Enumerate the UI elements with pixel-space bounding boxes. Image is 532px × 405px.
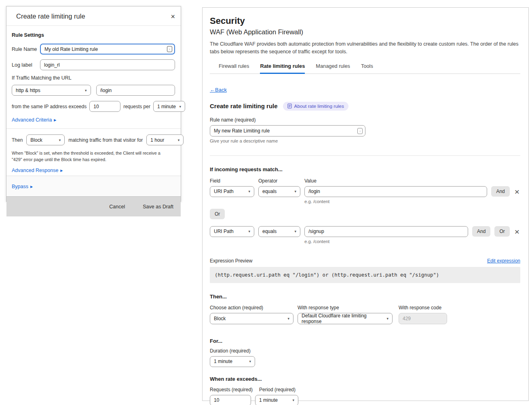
cancel-button[interactable]: Cancel: [109, 204, 125, 210]
caret-right-icon: ▶: [60, 169, 63, 172]
field-select[interactable]: URI Path ▾: [210, 226, 254, 237]
autofill-icon[interactable]: ↓: [167, 46, 172, 52]
expression-preview-row: Expression Preview Edit expression: [210, 258, 520, 264]
requests-input[interactable]: [210, 395, 251, 405]
scheme-select[interactable]: http & https ▾: [12, 85, 91, 96]
modal-body: Rule Settings Rule Name ↓ Log label If T…: [6, 26, 181, 176]
and-button[interactable]: And: [491, 186, 509, 197]
bypass-label: Bypass: [12, 184, 28, 189]
chevron-down-icon: ▾: [85, 88, 87, 92]
response-type-select[interactable]: Default Cloudflare rate limiting respons…: [298, 313, 393, 324]
back-link[interactable]: ←Back: [210, 87, 227, 93]
then-text: matching traffic from that visitor for: [68, 137, 143, 143]
traffic-matching-heading: If Traffic Matching the URL: [12, 75, 175, 81]
field-column-label: Field: [210, 178, 254, 184]
chevron-down-icon: ▾: [178, 138, 180, 142]
then-column-labels: Choose action (required) With response t…: [210, 305, 520, 311]
close-icon[interactable]: ×: [171, 13, 175, 20]
requests-label: Requests (required): [210, 387, 255, 392]
page-subtitle: WAF (Web Application Firewall): [210, 28, 520, 36]
value-input[interactable]: [304, 226, 468, 237]
rule-name-input[interactable]: [40, 44, 175, 55]
field-select[interactable]: URI Path ▾: [210, 186, 254, 197]
autofill-arrow-glyph: ↓: [169, 47, 171, 51]
about-rate-limiting-badge[interactable]: About rate limiting rules: [283, 102, 348, 111]
value-input[interactable]: [304, 186, 487, 197]
security-waf-panel: Security WAF (Web Application Firewall) …: [202, 7, 529, 401]
log-label-label: Log label: [12, 62, 40, 68]
caret-right-icon: ▶: [30, 185, 33, 189]
modal-title: Create rate limiting rule: [16, 13, 85, 20]
period-label: Period (required): [259, 387, 296, 392]
block-duration-select[interactable]: 1 hour ▾: [146, 134, 184, 145]
tab-bar: Firewall rules Rate limiting rules Manag…: [210, 63, 520, 74]
period-select[interactable]: 1 minute ▾: [153, 101, 185, 112]
expression-preview-code: (http.request.uri.path eq "/login") or (…: [210, 267, 520, 283]
operator-select[interactable]: equals ▾: [258, 186, 300, 197]
condition-row-1: URI Path ▾ equals ▾ And ×: [210, 186, 520, 197]
advanced-criteria-link[interactable]: Advanced Criteria ▶: [12, 117, 57, 123]
action-select[interactable]: Block ▾: [210, 313, 293, 324]
value-help: e.g. /content: [304, 199, 520, 204]
response-type-label: With response type: [298, 305, 399, 311]
chevron-down-icon: ▾: [248, 229, 250, 233]
tab-tools[interactable]: Tools: [361, 63, 373, 74]
duration-select-value: 1 minute: [214, 359, 232, 364]
chevron-down-icon: ▾: [249, 359, 251, 363]
operator-select[interactable]: equals ▾: [258, 226, 300, 237]
bypass-link[interactable]: Bypass ▶: [12, 184, 33, 189]
block-note: When "Block" is set, when the threshold …: [12, 150, 168, 163]
document-icon: [287, 103, 292, 109]
period-select-value: 1 minute: [259, 397, 278, 403]
tab-managed-rules[interactable]: Managed rules: [316, 63, 350, 74]
save-as-draft-button[interactable]: Save as Draft: [143, 204, 173, 210]
form-title: Create rate limiting rule: [210, 103, 278, 109]
advanced-response-link[interactable]: Advanced Response ▶: [12, 168, 63, 173]
chevron-down-icon: ▾: [294, 229, 296, 233]
period-select[interactable]: 1 minute ▾: [255, 395, 298, 405]
action-select-value: Block: [214, 316, 226, 321]
field-select-value: URI Path: [214, 229, 234, 234]
field-select-value: URI Path: [214, 189, 234, 194]
url-input[interactable]: [96, 85, 175, 96]
remove-condition-icon[interactable]: ×: [514, 187, 520, 196]
response-code-label: With response code: [399, 305, 441, 311]
back-link-row: ←Back: [210, 86, 520, 93]
traffic-match-row: http & https ▾: [12, 85, 175, 96]
action-select[interactable]: Block ▾: [26, 134, 65, 145]
chevron-down-icon: ▾: [292, 398, 294, 402]
bypass-section: Bypass ▶: [6, 176, 181, 196]
tab-firewall-rules[interactable]: Firewall rules: [219, 63, 249, 74]
tab-rate-limiting-rules[interactable]: Rate limiting rules: [260, 63, 305, 74]
scheme-select-value: http & https: [16, 88, 40, 93]
or-button[interactable]: Or: [494, 226, 509, 237]
or-button[interactable]: Or: [210, 209, 225, 219]
modal-header: Create rate limiting rule ×: [6, 6, 181, 26]
remove-condition-icon[interactable]: ×: [514, 227, 520, 236]
rule-name-input[interactable]: [210, 125, 365, 136]
autofill-icon[interactable]: ↓: [357, 128, 363, 134]
divider: [6, 128, 181, 129]
caret-right-icon: ▶: [54, 118, 56, 122]
rate-column-labels: Requests (required) Period (required): [210, 387, 520, 392]
duration-select[interactable]: 1 minute ▾: [210, 356, 255, 367]
back-label: Back: [215, 87, 227, 93]
rate-heading: When rate exceeds...: [210, 376, 520, 382]
advanced-criteria-label: Advanced Criteria: [12, 117, 52, 123]
log-label-row: Log label: [12, 59, 175, 70]
match-heading: If incoming requests match...: [210, 166, 520, 172]
and-button[interactable]: And: [472, 226, 490, 237]
requests-input[interactable]: [89, 101, 120, 112]
action-select-value: Block: [30, 137, 42, 143]
log-label-input[interactable]: [40, 59, 175, 70]
response-code-input: [399, 313, 447, 324]
period-select-value: 1 minute: [157, 104, 176, 109]
rule-name-help: Give your rule a descriptive name: [210, 138, 520, 143]
then-row: Block ▾ Default Cloudflare rate limiting…: [210, 313, 520, 324]
operator-select-value: equals: [262, 189, 277, 194]
edit-expression-link[interactable]: Edit expression: [487, 258, 520, 264]
condition-row-2: URI Path ▾ equals ▾ And Or ×: [210, 226, 520, 237]
advanced-response-label: Advanced Response: [12, 168, 58, 173]
chevron-down-icon: ▾: [59, 138, 61, 142]
action-label: Choose action (required): [210, 305, 298, 311]
